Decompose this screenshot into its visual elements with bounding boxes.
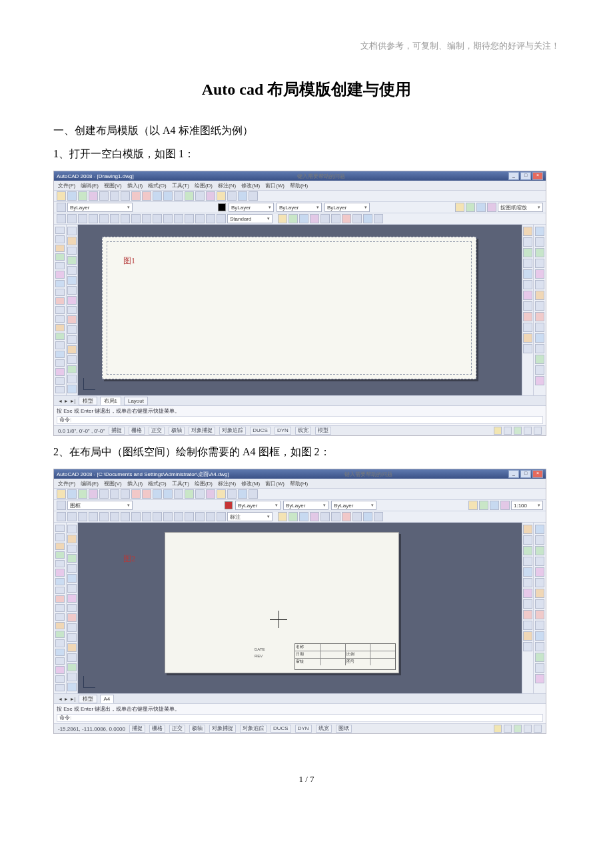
render-icon[interactable]	[535, 344, 544, 353]
menu-edit[interactable]: 编辑(E)	[81, 182, 99, 189]
dist-icon[interactable]	[523, 525, 532, 534]
view-ne-icon[interactable]	[535, 312, 544, 321]
tolerance-icon[interactable]	[185, 512, 194, 521]
color-dropdown[interactable]: ByLayer▾	[235, 501, 281, 510]
dim-rad-icon[interactable]	[99, 214, 109, 223]
dimstyle-dropdown[interactable]: 标注▾	[227, 512, 273, 521]
open-icon[interactable]	[67, 191, 77, 201]
dim-edit-icon[interactable]	[206, 512, 215, 521]
setvar-icon[interactable]	[523, 301, 532, 311]
3dpan-icon[interactable]	[535, 535, 544, 545]
pan-icon[interactable]	[153, 191, 162, 201]
view-top-icon[interactable]	[535, 259, 544, 268]
layer-off-icon[interactable]	[476, 203, 486, 212]
open-icon[interactable]	[67, 489, 77, 499]
dim-linear-icon[interactable]	[57, 214, 66, 223]
copy2-icon[interactable]	[67, 237, 77, 245]
mleader-icon[interactable]	[299, 214, 308, 223]
layer-dropdown[interactable]: ByLayer▾	[67, 203, 133, 212]
sun-icon[interactable]	[535, 376, 544, 385]
3dorbit-icon[interactable]	[535, 525, 544, 534]
close-button[interactable]: ×	[532, 172, 543, 180]
save-icon[interactable]	[78, 191, 87, 201]
dimover-icon[interactable]	[523, 631, 532, 641]
hatch-icon[interactable]	[310, 512, 319, 521]
clean-screen-icon[interactable]	[534, 725, 542, 733]
polygon-icon[interactable]	[55, 551, 65, 559]
dimstyle-dropdown[interactable]: Standard▾	[227, 214, 273, 223]
tab-model[interactable]: 模型	[79, 695, 97, 703]
markup-icon[interactable]	[238, 489, 247, 499]
gradient-icon[interactable]	[320, 214, 330, 223]
dim-ang-icon[interactable]	[121, 512, 130, 521]
scale-dropdown[interactable]: 1:100▾	[511, 501, 543, 510]
zoom-icon[interactable]	[163, 191, 173, 201]
status-icon[interactable]	[523, 589, 532, 598]
table-icon[interactable]	[55, 377, 65, 385]
massprop-icon[interactable]	[523, 248, 532, 257]
cal-icon[interactable]	[523, 610, 532, 619]
zoomprev-icon[interactable]	[185, 489, 194, 499]
sb-snap[interactable]: 捕捉	[109, 427, 125, 435]
line-icon[interactable]	[55, 227, 65, 234]
menu-file[interactable]: 文件(F)	[58, 480, 75, 487]
xline-icon[interactable]	[55, 533, 65, 541]
tab-layout2[interactable]: Layout	[124, 397, 148, 405]
light-icon[interactable]	[535, 663, 544, 673]
pline-icon[interactable]	[55, 543, 65, 550]
join-icon[interactable]	[67, 355, 77, 364]
break-at-icon[interactable]	[67, 335, 77, 344]
tool-palette-icon[interactable]	[217, 489, 226, 499]
view-se-icon[interactable]	[535, 301, 544, 311]
view-left-icon[interactable]	[535, 280, 544, 289]
dim-quick-icon[interactable]	[131, 214, 141, 223]
annoscale-icon[interactable]	[494, 427, 502, 435]
gradient2-icon[interactable]	[55, 359, 65, 367]
break-icon[interactable]	[67, 643, 77, 652]
minimize-button[interactable]: _	[508, 172, 519, 180]
array-icon[interactable]	[67, 266, 77, 275]
rotate-icon[interactable]	[67, 286, 77, 295]
ellipse-arc-icon[interactable]	[55, 613, 65, 621]
menu-view[interactable]: 视图(V)	[104, 480, 122, 487]
view-sw-icon[interactable]	[535, 291, 544, 300]
list-icon[interactable]	[523, 557, 532, 566]
trim-icon[interactable]	[67, 613, 77, 622]
properties-icon[interactable]	[195, 489, 205, 499]
layer-iso-icon[interactable]	[500, 501, 510, 510]
materials-icon[interactable]	[535, 653, 544, 662]
dim-space-icon[interactable]	[163, 512, 173, 521]
area-icon[interactable]	[523, 535, 532, 545]
hatch-icon[interactable]	[310, 214, 319, 223]
rectangle-icon[interactable]	[55, 262, 65, 269]
copy-icon[interactable]	[110, 191, 119, 201]
sb-paper[interactable]: 图纸	[336, 725, 352, 733]
dim-dia-icon[interactable]	[110, 512, 119, 521]
layer-freeze-icon[interactable]	[468, 501, 478, 510]
color-dropdown[interactable]: ByLayer▾	[229, 203, 274, 212]
zoomwin-icon[interactable]	[174, 489, 183, 499]
menu-insert[interactable]: 插入(I)	[127, 480, 143, 487]
break-icon[interactable]	[67, 345, 77, 354]
dim-ord-icon[interactable]	[89, 512, 98, 521]
wipeout-icon[interactable]	[342, 512, 351, 521]
menu-dim[interactable]: 标注(N)	[218, 480, 236, 487]
sb-snap[interactable]: 捕捉	[129, 725, 145, 733]
gradient-icon[interactable]	[320, 512, 330, 521]
menu-view[interactable]: 视图(V)	[104, 182, 122, 189]
menu-help[interactable]: 帮助(H)	[290, 480, 308, 487]
setvar-icon[interactable]	[523, 599, 532, 609]
hatch2-icon[interactable]	[55, 649, 65, 656]
region-icon[interactable]	[331, 512, 340, 521]
ellipse-arc-icon[interactable]	[55, 315, 65, 323]
id-icon[interactable]	[523, 269, 532, 279]
scale-icon[interactable]	[67, 296, 77, 305]
command-input[interactable]: 命令:	[57, 714, 543, 722]
lineweight-dropdown[interactable]: ByLayer▾	[324, 203, 370, 212]
sheet-set-icon[interactable]	[227, 489, 237, 499]
pan-icon[interactable]	[153, 489, 162, 499]
quickcalc-icon[interactable]	[523, 621, 532, 630]
id-icon[interactable]	[523, 567, 532, 577]
dim-tedit-icon[interactable]	[217, 512, 226, 521]
dim-tedit-icon[interactable]	[217, 214, 226, 223]
